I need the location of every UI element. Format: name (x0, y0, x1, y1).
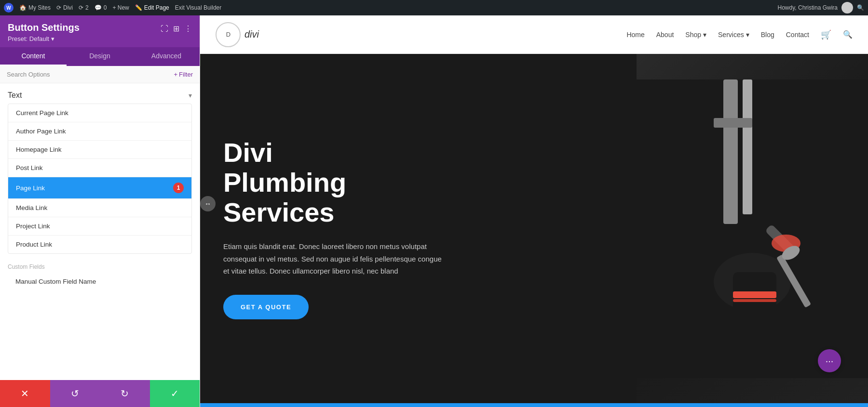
panel-preset: Preset: Default ▾ (8, 35, 80, 42)
preset-label: Preset: Default (8, 35, 49, 42)
hero-cta-button[interactable]: GET A QUOTE (223, 295, 309, 319)
fab-button[interactable]: ··· (818, 349, 841, 372)
more-options-icon[interactable]: ⋮ (184, 24, 192, 33)
home-icon: 🏠 (19, 4, 27, 11)
confirm-button[interactable]: ✓ (150, 380, 200, 407)
wp-logo-icon: W (4, 3, 14, 13)
user-greeting: Howdy, Christina Gwira (778, 4, 838, 11)
tab-advanced[interactable]: Advanced (133, 47, 200, 66)
tab-design[interactable]: Design (67, 47, 133, 66)
custom-field-item[interactable]: Manual Custom Field Name (8, 273, 192, 290)
text-section-chevron[interactable]: ▾ (189, 92, 192, 99)
main-layout: Button Settings Preset: Default ▾ ⛶ ⊞ ⋮ … (0, 15, 868, 407)
updates-icon: ⟳ (79, 4, 83, 11)
left-panel: Button Settings Preset: Default ▾ ⛶ ⊞ ⋮ … (0, 15, 200, 407)
list-item[interactable]: Project Link (8, 217, 191, 236)
chevron-down-icon: ▾ (51, 35, 54, 42)
link-list: ⋮ Current Page Link Author Page Link Hom… (8, 104, 192, 254)
comments-icon: 💬 (95, 4, 102, 11)
custom-fields-label: Custom Fields (8, 263, 192, 270)
my-sites-label: My Sites (28, 4, 51, 11)
nav-shop[interactable]: Shop ▾ (685, 31, 706, 39)
search-options-input[interactable]: Search Options (7, 71, 174, 78)
edit-page-btn[interactable]: ✏️ Edit Page (135, 4, 169, 11)
hero-section: DiviPlumbingServices Etiam quis blandit … (200, 54, 868, 403)
shop-dropdown-icon: ▾ (703, 31, 706, 39)
avatar (841, 2, 853, 13)
nav-blog[interactable]: Blog (761, 31, 774, 39)
site-navbar: D divi Home About Shop ▾ Services ▾ Blog… (200, 15, 868, 54)
confirm-icon: ✓ (171, 388, 179, 399)
new-label: + New (112, 4, 129, 11)
cancel-icon: ✕ (21, 388, 29, 399)
resize-handle[interactable]: ↔ (200, 196, 216, 211)
panel-title: Button Settings (8, 22, 80, 33)
link-item-label: Current Page Link (16, 109, 68, 117)
nav-search-icon[interactable]: 🔍 (843, 30, 853, 39)
link-item-label: Homepage Link (16, 146, 62, 153)
list-item[interactable]: Homepage Link (8, 141, 191, 159)
list-item[interactable]: Author Page Link (8, 122, 191, 141)
panel-actions: ✕ ↺ ↻ ✓ (0, 380, 200, 407)
svg-rect-9 (733, 299, 776, 302)
panel-content: Text ▾ ⋮ Current Page Link Author Page L… (0, 83, 200, 380)
columns-icon[interactable]: ⊞ (173, 24, 179, 33)
edit-page-label: Edit Page (144, 4, 169, 11)
panel-header: Button Settings Preset: Default ▾ ⛶ ⊞ ⋮ (0, 15, 200, 47)
list-item[interactable]: Product Link (8, 236, 191, 253)
tab-content[interactable]: Content (0, 47, 67, 66)
link-item-label: Page Link (16, 184, 45, 192)
svg-rect-3 (714, 118, 752, 128)
text-section-title: Text (8, 91, 22, 100)
fab-dots-icon: ··· (826, 355, 834, 367)
nav-cart-icon[interactable]: 🛒 (821, 29, 831, 40)
cancel-button[interactable]: ✕ (0, 380, 50, 407)
hero-body: Etiam quis blandit erat. Donec laoreet l… (223, 240, 445, 277)
svg-rect-1 (723, 79, 738, 224)
link-item-label: Author Page Link (16, 128, 66, 135)
link-item-label: Post Link (16, 164, 43, 171)
link-item-label: Project Link (16, 223, 50, 230)
page-link-badge: 1 (173, 183, 184, 193)
nav-contact[interactable]: Contact (786, 31, 809, 39)
link-list-dots-icon[interactable]: ⋮ (190, 109, 192, 121)
admin-bar-right: Howdy, Christina Gwira 🔍 (778, 2, 864, 13)
logo-text: divi (244, 29, 259, 40)
exit-builder-btn[interactable]: Exit Visual Builder (175, 4, 222, 11)
panel-header-actions: ⛶ ⊞ ⋮ (161, 24, 192, 33)
exit-builder-label: Exit Visual Builder (175, 4, 222, 11)
preview-area: D divi Home About Shop ▾ Services ▾ Blog… (200, 15, 868, 407)
filter-label: Filter (179, 71, 193, 78)
undo-icon: ↺ (71, 388, 79, 399)
search-icon[interactable]: 🔍 (857, 4, 864, 11)
link-item-label: Media Link (16, 204, 47, 211)
services-dropdown-icon: ▾ (746, 31, 749, 39)
comments-btn[interactable]: 💬 0 (95, 4, 107, 11)
undo-button[interactable]: ↺ (50, 380, 100, 407)
list-item-page-link[interactable]: Page Link 1 (8, 177, 191, 199)
site-nav: Home About Shop ▾ Services ▾ Blog Contac… (626, 29, 853, 40)
new-btn[interactable]: + New (112, 4, 129, 11)
list-item[interactable]: Post Link (8, 159, 191, 177)
wp-logo-btn[interactable]: W (4, 3, 14, 13)
nav-home[interactable]: Home (626, 31, 644, 39)
list-item[interactable]: Media Link (8, 199, 191, 217)
filter-button[interactable]: + Filter (174, 71, 193, 78)
my-sites-btn[interactable]: 🏠 My Sites (19, 4, 51, 11)
filter-plus-icon: + (174, 71, 178, 78)
nav-about[interactable]: About (656, 31, 674, 39)
site-logo: D divi (216, 22, 259, 47)
svg-rect-2 (743, 79, 752, 214)
divi-icon: ⟳ (56, 4, 61, 11)
redo-icon: ↻ (121, 388, 129, 399)
custom-field-name: Manual Custom Field Name (15, 278, 96, 285)
site-name-btn[interactable]: ⟳ Divi (56, 4, 73, 11)
redo-button[interactable]: ↻ (100, 380, 150, 407)
admin-bar: W 🏠 My Sites ⟳ Divi ⟳ 2 💬 0 + New ✏️ Edi… (0, 0, 868, 15)
panel-tabs: Content Design Advanced (0, 47, 200, 66)
updates-btn[interactable]: ⟳ 2 (79, 4, 89, 11)
list-item[interactable]: Current Page Link (8, 104, 191, 122)
search-placeholder: Search Options (7, 71, 50, 78)
nav-services[interactable]: Services ▾ (718, 31, 749, 39)
fullscreen-icon[interactable]: ⛶ (161, 25, 168, 33)
